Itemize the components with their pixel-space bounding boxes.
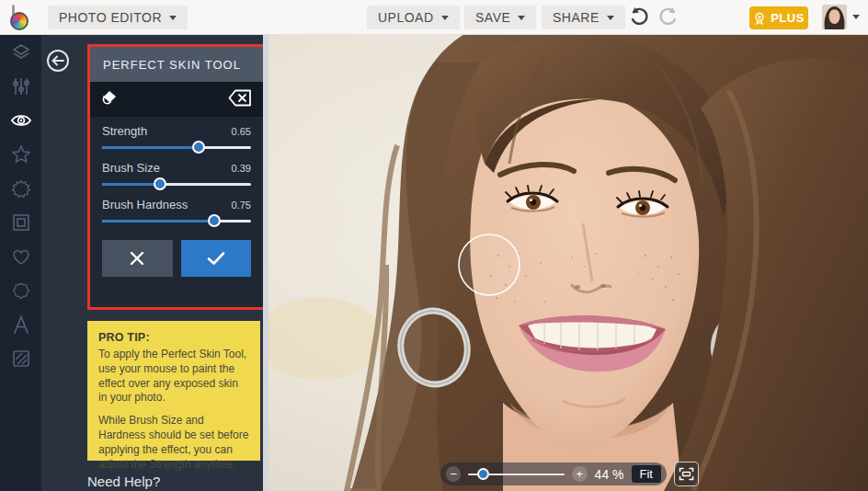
chevron-down-icon <box>441 16 449 20</box>
perfect-skin-panel: PERFECT SKIN TOOL <box>41 35 267 491</box>
panel-header: PERFECT SKIN TOOL <box>90 47 263 82</box>
chevron-down-icon <box>852 15 860 19</box>
strength-label: Strength <box>102 124 147 138</box>
rail-item-overlays[interactable] <box>0 273 41 307</box>
brush-size-slider: Brush Size 0.39 <box>102 161 251 186</box>
pro-tip-paragraph-1: To apply the Perfect Skin Tool, use your… <box>98 348 249 405</box>
eraser-icon <box>101 89 122 108</box>
fit-button[interactable]: Fit <box>632 465 661 483</box>
clear-strokes-button[interactable] <box>228 89 252 109</box>
upload-button[interactable]: UPLOAD <box>367 6 460 29</box>
zoom-slider-thumb[interactable] <box>477 468 489 480</box>
rail-item-graphics[interactable] <box>0 239 41 273</box>
brush-size-track[interactable] <box>102 183 251 186</box>
zoom-out-button[interactable]: − <box>446 466 461 482</box>
touchup-eye-icon <box>10 110 32 131</box>
brush-hardness-label: Brush Hardness <box>102 198 188 211</box>
redo-button[interactable] <box>657 6 680 29</box>
zoom-slider-track[interactable] <box>468 474 565 475</box>
brush-hardness-track[interactable] <box>102 220 251 223</box>
avatar-photo <box>822 5 847 29</box>
need-help-link[interactable]: Need Help? <box>87 474 160 489</box>
rail-item-touchup[interactable] <box>0 103 41 137</box>
brush-hardness-thumb[interactable] <box>208 214 221 227</box>
save-button[interactable]: SAVE <box>464 6 536 29</box>
rail-item-effects[interactable] <box>0 137 41 171</box>
panel-scrollbar[interactable] <box>263 35 268 491</box>
top-toolbar: PHOTO EDITOR UPLOAD SAVE SHARE <box>0 0 868 35</box>
brush-hardness-value: 0.75 <box>232 200 251 211</box>
back-button[interactable] <box>47 50 69 72</box>
adjust-sliders-icon <box>11 76 31 97</box>
award-badge-icon <box>753 12 766 25</box>
confirm-row <box>90 234 263 282</box>
strength-thumb[interactable] <box>192 141 205 154</box>
starburst-icon <box>11 178 31 199</box>
arrow-left-icon <box>51 55 64 66</box>
pro-tip-heading: PRO TIP: <box>98 331 249 344</box>
pro-tip-box: PRO TIP: To apply the Perfect Skin Tool,… <box>87 321 260 461</box>
panel-title: PERFECT SKIN TOOL <box>103 58 241 72</box>
brush-mode-row <box>90 82 263 117</box>
chevron-down-icon <box>518 16 525 20</box>
rail-item-textures[interactable] <box>0 341 41 375</box>
strength-track[interactable] <box>102 146 251 149</box>
share-label: SHARE <box>553 10 600 25</box>
redo-icon <box>657 6 680 27</box>
undo-icon <box>628 6 650 27</box>
pro-tip-paragraph-2: While Brush Size and Hardness should be … <box>98 414 249 472</box>
cancel-button[interactable] <box>102 240 173 277</box>
frame-icon <box>11 212 31 233</box>
eraser-tool-button[interactable] <box>101 89 122 110</box>
zoom-percentage: 44 % <box>595 467 624 482</box>
share-button[interactable]: SHARE <box>542 6 625 29</box>
rail-item-edit[interactable] <box>0 69 41 103</box>
befunky-logo-icon[interactable] <box>9 5 35 30</box>
undo-button[interactable] <box>627 6 651 29</box>
save-label: SAVE <box>475 10 510 25</box>
backspace-icon <box>228 89 252 107</box>
brush-size-label: Brush Size <box>102 161 160 175</box>
brush-size-thumb[interactable] <box>154 177 166 190</box>
rail-item-layers[interactable] <box>0 35 41 69</box>
star-icon <box>11 144 31 165</box>
texture-icon <box>11 348 31 369</box>
zoom-toolbar: − + 44 % Fit <box>440 462 667 485</box>
chevron-down-icon <box>607 16 614 20</box>
fullscreen-button[interactable] <box>674 462 699 486</box>
upload-label: UPLOAD <box>378 10 434 25</box>
brush-size-value: 0.39 <box>232 163 251 174</box>
rail-item-artsy[interactable] <box>0 171 41 205</box>
photo-editor-menu-button[interactable]: PHOTO EDITOR <box>48 6 188 29</box>
account-menu[interactable] <box>822 5 860 29</box>
close-x-icon <box>129 250 145 267</box>
rail-item-text[interactable] <box>0 307 41 341</box>
photo-editor-menu-label: PHOTO EDITOR <box>59 10 162 25</box>
tools-rail <box>0 35 41 491</box>
strength-value: 0.65 <box>232 126 251 137</box>
heart-icon <box>11 246 31 267</box>
apply-button[interactable] <box>181 240 252 277</box>
rail-item-frames[interactable] <box>0 205 41 239</box>
text-a-icon <box>11 314 31 335</box>
strength-slider: Strength 0.65 <box>102 124 251 149</box>
fit-screen-icon <box>679 467 694 481</box>
tool-settings-box-highlighted: PERFECT SKIN TOOL <box>87 44 266 310</box>
photo-portrait <box>268 35 868 491</box>
photo-canvas[interactable] <box>268 35 868 491</box>
slider-section: Strength 0.65 Brush Size 0.39 <box>90 117 263 223</box>
photo-editor-app: PHOTO EDITOR UPLOAD SAVE SHARE <box>0 0 868 491</box>
plus-label: PLUS <box>771 11 805 25</box>
seal-icon <box>11 280 31 301</box>
zoom-in-button[interactable]: + <box>572 466 587 482</box>
user-avatar <box>822 5 847 29</box>
chevron-down-icon <box>169 16 177 20</box>
layers-icon <box>11 42 31 63</box>
plus-upgrade-button[interactable]: PLUS <box>749 6 808 29</box>
brush-hardness-slider: Brush Hardness 0.75 <box>102 198 251 223</box>
checkmark-icon <box>207 251 225 266</box>
brush-cursor <box>459 234 520 295</box>
